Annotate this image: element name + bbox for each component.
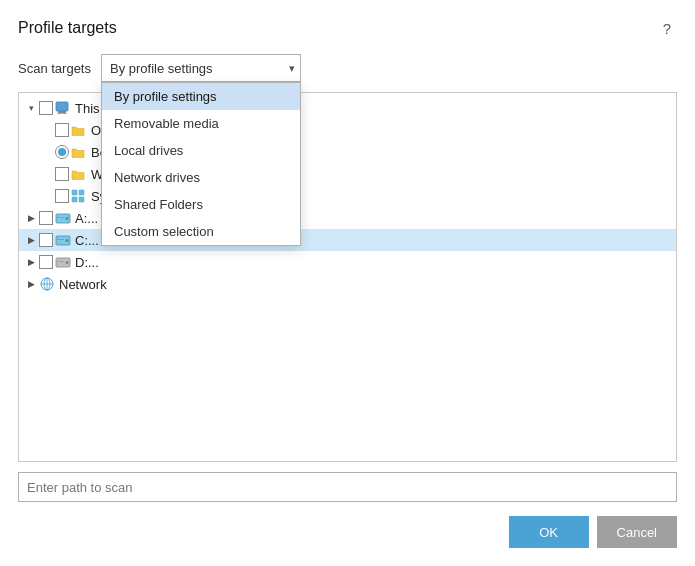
tree-toggle-sys — [39, 188, 55, 204]
svg-rect-15 — [57, 261, 64, 262]
path-input-row — [18, 472, 677, 502]
dialog-footer: OK Cancel — [18, 516, 677, 548]
tree-checkbox-bo[interactable] — [55, 145, 69, 159]
cancel-button[interactable]: Cancel — [597, 516, 677, 548]
tree-toggle-network[interactable]: ▶ — [23, 276, 39, 292]
svg-rect-1 — [58, 111, 66, 113]
ok-button[interactable]: OK — [509, 516, 589, 548]
tree-label-cv: C:... — [75, 233, 99, 248]
grid-icon-sys — [71, 188, 87, 204]
tree-checkbox-dv[interactable] — [39, 255, 53, 269]
dropdown-option-by-profile[interactable]: By profile settings — [102, 83, 300, 110]
scan-targets-dropdown[interactable]: By profile settings — [101, 54, 301, 82]
svg-rect-6 — [79, 197, 84, 202]
svg-rect-4 — [79, 190, 84, 195]
tree-label-av: A:... — [75, 211, 98, 226]
dropdown-option-local[interactable]: Local drives — [102, 137, 300, 164]
tree-checkbox-cv[interactable] — [39, 233, 53, 247]
tree-checkbox-op[interactable] — [55, 123, 69, 137]
tree-label-network: Network — [59, 277, 107, 292]
tree-checkbox-av[interactable] — [39, 211, 53, 225]
tree-item-dv[interactable]: ▶ D:... — [19, 251, 676, 273]
tree-checkbox-sys[interactable] — [55, 189, 69, 203]
dropdown-option-network[interactable]: Network drives — [102, 164, 300, 191]
svg-rect-3 — [72, 190, 77, 195]
dialog-header: Profile targets ? — [18, 18, 677, 38]
help-icon[interactable]: ? — [657, 18, 677, 38]
tree-toggle-bo — [39, 144, 55, 160]
tree-label-dv: D:... — [75, 255, 99, 270]
network-icon — [39, 276, 55, 292]
tree-toggle-cv[interactable]: ▶ — [23, 232, 39, 248]
profile-targets-dialog: Profile targets ? Scan targets By profil… — [0, 0, 695, 566]
tree-toggle-op — [39, 122, 55, 138]
tree-toggle-this-pc[interactable]: ▾ — [23, 100, 39, 116]
scan-targets-dropdown-wrapper: By profile settings ▾ By profile setting… — [101, 54, 301, 82]
dropdown-option-shared[interactable]: Shared Folders — [102, 191, 300, 218]
path-input[interactable] — [18, 472, 677, 502]
svg-point-8 — [66, 217, 69, 220]
svg-rect-0 — [56, 102, 68, 111]
tree-checkbox-this-pc[interactable] — [39, 101, 53, 115]
tree-toggle-dv[interactable]: ▶ — [23, 254, 39, 270]
dropdown-menu: By profile settings Removable media Loca… — [101, 82, 301, 246]
hdd-icon-dv — [55, 254, 71, 270]
svg-rect-2 — [57, 113, 67, 114]
tree-checkbox-wn[interactable] — [55, 167, 69, 181]
svg-rect-9 — [57, 217, 64, 218]
tree-toggle-wn — [39, 166, 55, 182]
scan-targets-label: Scan targets — [18, 61, 91, 76]
scan-targets-row: Scan targets By profile settings ▾ By pr… — [18, 54, 677, 82]
svg-point-14 — [66, 261, 69, 264]
tree-item-network[interactable]: ▶ Network — [19, 273, 676, 295]
dropdown-option-removable[interactable]: Removable media — [102, 110, 300, 137]
tree-toggle-av[interactable]: ▶ — [23, 210, 39, 226]
folder-icon-wn — [71, 166, 87, 182]
svg-rect-5 — [72, 197, 77, 202]
svg-point-11 — [66, 239, 69, 242]
folder-icon-op — [71, 122, 87, 138]
dialog-title: Profile targets — [18, 19, 117, 37]
hdd-icon-cv — [55, 232, 71, 248]
folder-icon-bo — [71, 144, 87, 160]
computer-icon — [55, 100, 71, 116]
svg-rect-12 — [57, 239, 64, 240]
hdd-icon-av — [55, 210, 71, 226]
dropdown-option-custom[interactable]: Custom selection — [102, 218, 300, 245]
dropdown-selected-value: By profile settings — [110, 61, 213, 76]
